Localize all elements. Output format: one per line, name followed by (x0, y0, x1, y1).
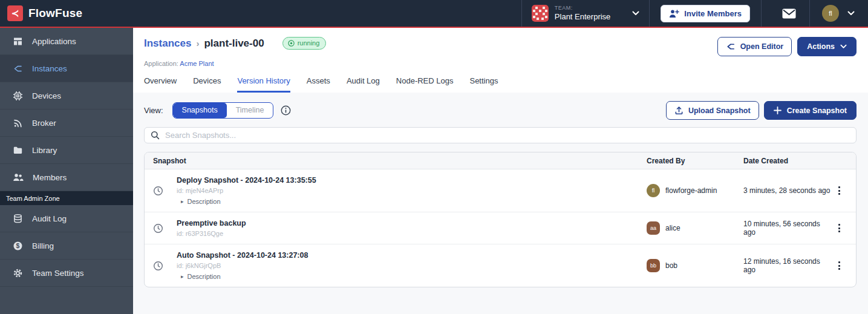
top-navbar: ≺ FlowFuse TEAM: Plant Enterprise (0, 0, 868, 28)
chevron-down-icon (847, 11, 855, 16)
applications-icon (13, 36, 23, 47)
snapshot-id: id: r63P316Qge (177, 230, 246, 237)
actions-button[interactable]: Actions (797, 37, 857, 56)
team-admin-zone-header: Team Admin Zone (0, 191, 133, 205)
kebab-menu-icon[interactable] (830, 221, 847, 235)
version-history-panel: View: Snapshots Timeline (133, 93, 868, 314)
kebab-menu-icon[interactable] (830, 184, 847, 197)
team-selector[interactable]: TEAM: Plant Enterprise (522, 0, 650, 27)
view-label: View: (144, 106, 163, 115)
avatar: fl (647, 184, 660, 197)
application-link[interactable]: Acme Plant (180, 60, 214, 67)
breadcrumb: Instances › plant-live-00 running (144, 37, 326, 50)
create-snapshot-button[interactable]: Create Snapshot (764, 101, 857, 120)
application-label: Application: (144, 60, 178, 67)
open-editor-label: Open Editor (740, 42, 784, 51)
status-label: running (298, 39, 320, 47)
target-icon (288, 40, 295, 47)
breadcrumb-instances-link[interactable]: Instances (144, 38, 191, 50)
sidebar-item-devices[interactable]: Devices (0, 82, 133, 110)
created-by-user: flowforge-admin (665, 186, 717, 195)
header-actions: Open Editor Actions (717, 37, 857, 56)
sidebar-item-broker[interactable]: Broker (0, 110, 133, 137)
toggle-snapshots[interactable]: Snapshots (173, 103, 227, 118)
info-button[interactable] (281, 105, 291, 116)
date-created: 12 minutes, 16 seconds ago (743, 257, 830, 274)
broker-icon (13, 118, 23, 128)
open-editor-button[interactable]: Open Editor (717, 37, 792, 56)
search-bar (144, 127, 857, 143)
tab-audit-log[interactable]: Audit Log (347, 76, 380, 93)
create-snapshot-label: Create Snapshot (787, 106, 847, 115)
column-header-snapshot: Snapshot (153, 157, 647, 165)
app-window: ≺ FlowFuse TEAM: Plant Enterprise (0, 0, 868, 314)
sidebar-item-label: Broker (32, 119, 56, 128)
caret-right-icon: ▸ (181, 273, 184, 280)
kebab-menu-icon[interactable] (830, 259, 847, 272)
mail-wrap (762, 8, 809, 19)
sidebar-item-label: Devices (32, 91, 61, 100)
description-toggle[interactable]: ▸ Description (181, 198, 316, 205)
sidebar-item-library[interactable]: Library (0, 137, 133, 164)
snapshot-id: id: j6kNGjrQpB (177, 262, 308, 269)
svg-text:$: $ (16, 242, 20, 249)
description-toggle[interactable]: ▸ Description (181, 273, 308, 280)
team-text: TEAM: Plant Enterprise (555, 5, 611, 21)
table-row: Auto Snapshot - 2024-10-24 13:27:08 id: … (145, 244, 856, 287)
clock-icon (153, 223, 163, 234)
table-header: Snapshot Created By Date Created (145, 152, 856, 169)
upload-snapshot-button[interactable]: Upload Snapshot (666, 101, 759, 120)
chevron-down-icon (840, 44, 847, 49)
mail-icon (782, 8, 796, 19)
clock-icon (153, 186, 163, 196)
sidebar-item-label: Instances (32, 64, 67, 73)
upload-icon (674, 106, 684, 115)
tab-devices[interactable]: Devices (193, 76, 221, 93)
mail-button[interactable] (782, 8, 796, 19)
main-content: Instances › plant-live-00 running (133, 28, 868, 314)
sidebar-filler (0, 287, 133, 314)
editor-icon (726, 42, 736, 51)
sidebar-item-label: Billing (32, 241, 54, 250)
sidebar-item-team-settings[interactable]: Team Settings (0, 260, 133, 287)
search-input[interactable] (165, 131, 850, 140)
tab-version-history[interactable]: Version History (237, 76, 290, 93)
table-row: Deploy Snapshot - 2024-10-24 13:35:55 id… (145, 169, 856, 212)
caret-right-icon: ▸ (181, 198, 184, 204)
snapshot-title: Auto Snapshot - 2024-10-24 13:27:08 (177, 251, 308, 260)
user-menu[interactable]: fl (810, 5, 860, 22)
table-row: Preemptive backup id: r63P316Qge aa alic… (145, 212, 856, 244)
tab-assets[interactable]: Assets (307, 76, 330, 93)
avatar: bb (647, 259, 660, 272)
tab-settings[interactable]: Settings (469, 76, 498, 93)
sidebar-item-members[interactable]: Members (0, 164, 133, 191)
sidebar-item-label: Members (33, 173, 67, 182)
view-toolbar: View: Snapshots Timeline (144, 101, 857, 120)
page-title: plant-live-00 (204, 38, 264, 50)
sidebar-item-billing[interactable]: $ Billing (0, 232, 133, 260)
sidebar-item-applications[interactable]: Applications (0, 28, 133, 55)
sidebar-item-label: Audit Log (32, 214, 67, 223)
sidebar-item-label: Team Settings (32, 269, 84, 278)
sidebar: Applications Instances Devices (0, 28, 133, 314)
created-by-user: alice (665, 224, 680, 232)
sidebar-item-audit-log[interactable]: Audit Log (0, 205, 133, 232)
invite-members-button[interactable]: Invite Members (661, 5, 750, 22)
user-avatar: fl (822, 5, 839, 22)
tab-overview[interactable]: Overview (144, 76, 177, 93)
search-icon (151, 131, 160, 140)
snapshot-title: Preemptive backup (177, 219, 246, 227)
invite-members-label: Invite Members (684, 9, 742, 18)
tab-node-red-logs[interactable]: Node-RED Logs (396, 76, 454, 93)
snapshot-id: id: mjeN4eAPrp (177, 187, 316, 194)
status-badge: running (282, 37, 327, 50)
team-name: Plant Enterprise (555, 13, 611, 21)
tab-bar: Overview Devices Version History Assets … (144, 76, 857, 93)
application-line: Application: Acme Plant (144, 60, 857, 67)
toggle-timeline[interactable]: Timeline (227, 103, 273, 118)
info-icon (281, 105, 291, 116)
created-by-user: bob (665, 261, 677, 270)
sidebar-item-instances[interactable]: Instances (0, 55, 133, 82)
snapshot-title: Deploy Snapshot - 2024-10-24 13:35:55 (177, 176, 316, 185)
library-icon (13, 145, 23, 155)
